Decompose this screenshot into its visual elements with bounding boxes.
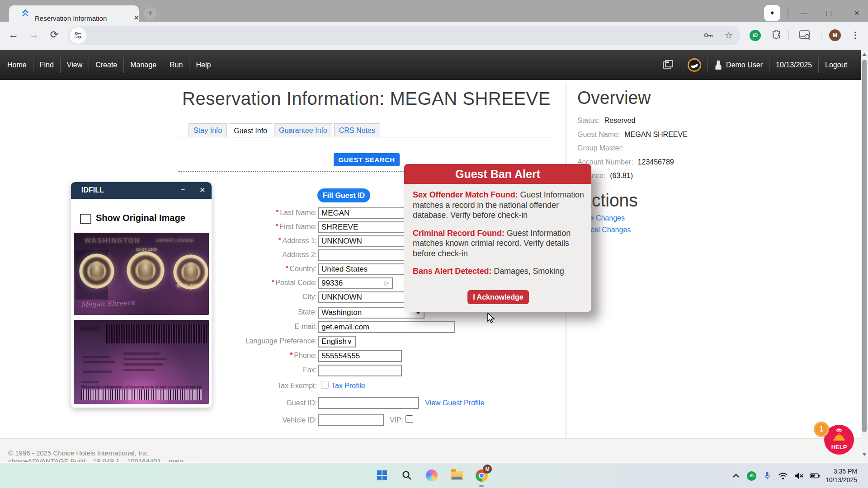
modal-body: Sex Offender Match Found: Guest Informat…	[413, 190, 585, 284]
acknowledge-button[interactable]: I Acknowledge	[467, 290, 529, 304]
required-asterisk: *	[286, 264, 288, 272]
license-back-image: Please notify the Department of Licensin…	[74, 320, 209, 404]
app-navbar: HomeFindViewCreateManageRunHelp Demo Use…	[0, 50, 861, 80]
vehicle-id-input[interactable]	[318, 414, 384, 426]
alert-text: Sex Offender Match Found: Guest Informat…	[413, 190, 585, 221]
scrollbar-thumb[interactable]	[862, 60, 867, 432]
tax-profile-link[interactable]: Tax Profile	[331, 382, 365, 390]
required-asterisk: *	[278, 236, 281, 244]
tab-close-icon[interactable]: ✕	[133, 14, 139, 22]
idfill-titlebar[interactable]: IDFILL – ✕	[71, 182, 212, 199]
sparkle-icon[interactable]: ✦	[764, 5, 780, 21]
windows-stack-icon[interactable]	[663, 60, 675, 70]
person-icon	[714, 61, 722, 70]
nav-item-create[interactable]: Create	[89, 61, 123, 69]
extensions-puzzle-icon[interactable]	[771, 30, 782, 41]
vip-checkbox[interactable]	[406, 415, 413, 423]
help-button[interactable]: HELP 1	[824, 425, 854, 455]
form-input-fax[interactable]	[318, 365, 402, 376]
nav-item-home[interactable]: Home	[7, 61, 33, 69]
file-explorer-icon[interactable]	[449, 468, 464, 483]
page-footer: © 1996 - 2025 Choice Hotels Internationa…	[0, 438, 861, 462]
tax-exempt-checkbox[interactable]	[321, 381, 329, 389]
required-asterisk: *	[276, 222, 278, 230]
divider	[708, 57, 708, 73]
side-panel-icon[interactable]	[799, 30, 811, 41]
alert-text: Criminal Record Found: Guest Information…	[413, 228, 585, 259]
guest-search-button[interactable]: GUEST SEARCH	[334, 153, 400, 166]
divider	[821, 30, 821, 41]
scrollbar-down-icon[interactable]	[862, 453, 867, 456]
nav-item-help[interactable]: Help	[189, 61, 217, 69]
alert-heading: Sex Offender Match Found:	[413, 190, 518, 199]
browser-tab[interactable]: Reservation Information ✕	[9, 5, 139, 22]
nav-date: 10/13/2025	[776, 61, 812, 69]
tray-id-icon[interactable]: ID	[747, 471, 756, 481]
idfill-window: IDFILL – ✕ Show Original Image WASHINGTO…	[71, 182, 212, 408]
tray-chevron-icon[interactable]	[731, 471, 741, 481]
app-logo-icon[interactable]	[688, 58, 701, 72]
overview-label: Group Master:	[577, 144, 623, 152]
window-minimize-button[interactable]: —	[799, 8, 809, 18]
nav-item-run[interactable]: Run	[163, 61, 189, 69]
new-tab-icon[interactable]: +	[144, 7, 156, 20]
divider	[788, 8, 788, 18]
overview-label: Guest Name:	[577, 131, 620, 139]
chrome-icon[interactable]: M	[474, 468, 489, 483]
alert-text: Bans Alert Detected: Damages, Smoking	[413, 266, 585, 277]
form-input-language-preference[interactable]: English∨	[318, 336, 356, 347]
overview-value: MEGAN SHREEVE	[624, 131, 688, 139]
overview-value: 123456789	[638, 158, 674, 166]
browser-menu-icon[interactable]: ⋮	[850, 30, 861, 41]
nav-item-manage[interactable]: Manage	[124, 61, 163, 69]
build-text: choiceADVANTAGE Build 19.049.1 100164401…	[8, 457, 183, 462]
tray-clock[interactable]: 3:35 PM 10/13/2025	[826, 467, 857, 484]
microphone-icon[interactable]	[762, 471, 772, 481]
bookmark-star-icon[interactable]: ☆	[723, 30, 734, 41]
tab-stay-info[interactable]: Stay Info	[189, 123, 227, 137]
guest-id-input[interactable]	[318, 397, 419, 409]
tab-guarantee-info[interactable]: Guarantee Info	[274, 123, 332, 137]
chevron-down-icon: ∨	[347, 338, 352, 345]
reload-icon[interactable]: ⟳	[48, 28, 61, 41]
screen: Reservation Information ✕ + ✦ — ▢ ✕ ← → …	[0, 0, 868, 488]
nav-item-find[interactable]: Find	[33, 61, 60, 69]
nav-item-view[interactable]: View	[61, 61, 89, 69]
form-input-e-mail[interactable]: get.email.com	[318, 321, 455, 333]
volume-muted-icon[interactable]	[794, 471, 804, 481]
forward-icon[interactable]: →	[28, 28, 40, 41]
logout-link[interactable]: Logout	[825, 61, 847, 69]
overview-heading: Overview	[577, 87, 651, 108]
tune-icon[interactable]	[70, 27, 86, 44]
address-bar[interactable]	[68, 26, 741, 45]
windows-taskbar: M ID 3:35 PM 10/13/2025	[0, 463, 868, 488]
scrollbar-up-icon[interactable]	[862, 53, 867, 56]
idfill-close-icon[interactable]: ✕	[199, 186, 205, 194]
page-title: Reservation Information: MEGAN SHREEVE	[178, 89, 555, 109]
window-maximize-button[interactable]: ▢	[824, 8, 834, 18]
tab-crs-notes[interactable]: CRS Notes	[334, 123, 380, 137]
vip-label: VIP:	[390, 416, 403, 424]
page-tabs: Stay InfoGuest InfoGuarantee InfoCRS Not…	[189, 123, 380, 138]
overview-row: Group Master:	[577, 144, 628, 152]
start-button[interactable]	[374, 468, 390, 483]
form-input-phone[interactable]: 555554555	[318, 350, 402, 362]
copilot-icon[interactable]	[424, 468, 439, 483]
browser-profile-avatar[interactable]: M	[829, 29, 841, 41]
search-icon[interactable]	[399, 468, 415, 483]
idfill-minimize-icon[interactable]: –	[181, 186, 185, 194]
window-close-button[interactable]: ✕	[852, 8, 862, 18]
fill-guest-id-button[interactable]: Fill Guest ID	[317, 188, 370, 202]
tab-guest-info[interactable]: Guest Info	[229, 123, 272, 138]
modal-title: Guest Ban Alert	[404, 164, 591, 184]
view-guest-profile-link[interactable]: View Guest Profile	[425, 399, 484, 407]
back-icon[interactable]: ←	[7, 28, 20, 41]
wifi-icon[interactable]	[778, 471, 788, 481]
required-asterisk: *	[272, 278, 274, 286]
battery-icon[interactable]	[810, 471, 820, 481]
password-key-icon[interactable]	[703, 31, 713, 40]
form-input-postal-code[interactable]: 99336⟳	[318, 277, 393, 289]
user-menu[interactable]: Demo User	[714, 61, 763, 70]
show-original-image-checkbox[interactable]	[80, 214, 91, 224]
id-extension-icon[interactable]: ID	[750, 30, 761, 41]
